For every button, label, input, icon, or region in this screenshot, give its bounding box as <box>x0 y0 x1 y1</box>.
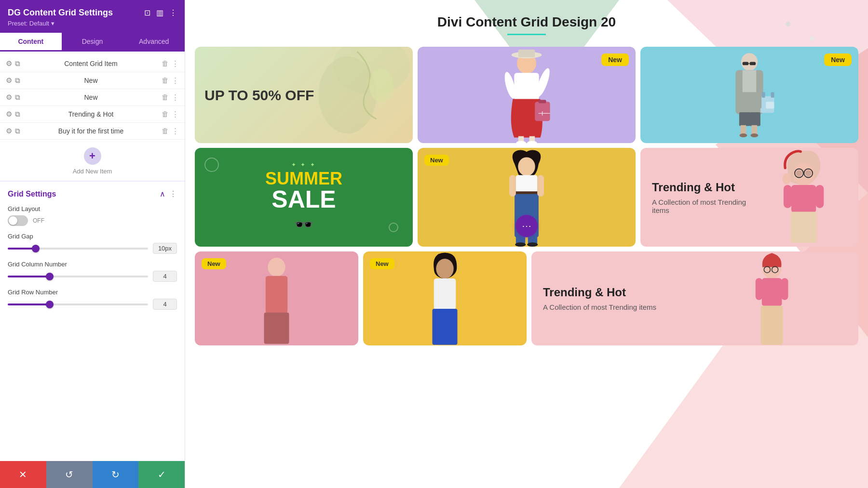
grid-gap-value[interactable]: 10px <box>153 243 177 254</box>
item-label-2: New <box>24 93 158 101</box>
drag-icon-4[interactable]: ⋮ <box>172 127 179 135</box>
svg-rect-51 <box>509 175 516 197</box>
section-header-icons: ∧ ⋮ <box>160 189 177 198</box>
item-actions-4: 🗑 ⋮ <box>162 127 179 135</box>
settings-icon[interactable]: ⚙ <box>6 110 12 119</box>
drag-icon-3[interactable]: ⋮ <box>172 110 179 119</box>
toggle-row: OFF <box>8 215 177 226</box>
columns-icon[interactable]: ▥ <box>156 8 163 17</box>
svg-rect-75 <box>781 278 788 300</box>
svg-rect-65 <box>266 276 288 314</box>
grid-gap-setting: Grid Gap 10px <box>8 233 177 254</box>
trending-title: Trending & Hot <box>652 181 759 194</box>
settings-icon[interactable]: ⚙ <box>6 76 12 85</box>
bottom-item-pink: New <box>195 251 358 345</box>
list-item: ⚙ ⧉ New 🗑 ⋮ <box>0 72 185 89</box>
svg-rect-52 <box>537 175 544 197</box>
right-content: Divi Content Grid Design 20 UP TO 50% OF… <box>185 0 868 488</box>
svg-point-64 <box>268 258 285 277</box>
grid-icon[interactable]: ⊡ <box>144 8 150 17</box>
svg-rect-18 <box>539 100 546 103</box>
svg-rect-60 <box>784 185 792 208</box>
collapse-icon[interactable]: ∧ <box>160 189 165 198</box>
item-actions-2: 🗑 ⋮ <box>162 93 179 102</box>
copy-icon[interactable]: ⧉ <box>15 110 20 119</box>
list-item: ⚙ ⧉ Trending & Hot 🗑 ⋮ <box>0 106 185 123</box>
copy-icon[interactable]: ⧉ <box>15 127 20 135</box>
page-title-section: Divi Content Grid Design 20 <box>195 14 858 35</box>
settings-icon[interactable]: ⚙ <box>6 127 12 135</box>
save-button[interactable]: ✓ <box>138 461 185 488</box>
drag-icon-2[interactable]: ⋮ <box>172 93 179 102</box>
settings-icon[interactable]: ⚙ <box>6 59 12 68</box>
svg-rect-38 <box>762 92 765 97</box>
sale-label: SALE <box>271 187 336 211</box>
trending-person <box>745 148 854 247</box>
more-icon[interactable]: ⋮ <box>169 8 177 17</box>
svg-rect-33 <box>741 125 746 135</box>
copy-icon[interactable]: ⧉ <box>15 93 20 102</box>
delete-icon-0[interactable]: 🗑 <box>162 59 169 68</box>
add-new-item-button[interactable]: + Add New Item <box>0 140 185 181</box>
svg-point-57 <box>796 170 802 176</box>
item-icons-left: ⚙ ⧉ <box>6 59 20 68</box>
grid-column-track <box>8 276 148 277</box>
deco-circle-2 <box>389 223 398 232</box>
copy-icon[interactable]: ⧉ <box>15 76 20 85</box>
copy-icon[interactable]: ⧉ <box>15 59 20 68</box>
grid-item-fashion: New <box>418 148 636 247</box>
bottom-item-trending: Trending & Hot A Collection of most Tren… <box>531 251 858 345</box>
more-dots-button[interactable]: ⋯ <box>515 215 538 237</box>
grid-gap-track <box>8 248 148 250</box>
grid-row-thumb[interactable] <box>46 301 54 308</box>
svg-rect-30 <box>743 70 757 92</box>
trending-title-2: Trending & Hot <box>543 286 656 299</box>
item-icons-left: ⚙ ⧉ <box>6 76 20 85</box>
section-more-icon[interactable]: ⋮ <box>169 189 177 198</box>
settings-icon[interactable]: ⚙ <box>6 93 12 102</box>
drag-icon-0[interactable]: ⋮ <box>172 59 179 68</box>
svg-rect-17 <box>535 102 550 121</box>
bottom-item-yellow: New <box>363 251 527 345</box>
svg-point-10 <box>369 68 393 102</box>
delete-icon-2[interactable]: 🗑 <box>162 93 169 102</box>
slider-row: 10px <box>8 243 177 254</box>
tab-advanced[interactable]: Advanced <box>123 33 185 52</box>
main-grid: UP TO 50% OFF New <box>195 47 858 247</box>
delete-icon-1[interactable]: 🗑 <box>162 76 169 85</box>
grid-settings-section: Grid Settings ∧ ⋮ Grid Layout OFF Grid <box>0 181 185 322</box>
sunglasses-icon: 🕶️ <box>294 215 313 234</box>
tab-content[interactable]: Content <box>0 33 62 52</box>
badge-new-2: New <box>824 53 852 66</box>
undo-button[interactable]: ↺ <box>46 461 93 488</box>
item-actions-3: 🗑 ⋮ <box>162 110 179 119</box>
grid-row-value[interactable]: 4 <box>153 299 177 310</box>
delete-icon-4[interactable]: 🗑 <box>162 127 169 135</box>
grid-column-value[interactable]: 4 <box>153 271 177 282</box>
tabs: Content Design Advanced <box>0 33 185 52</box>
trending-desc: A Collection of most Trending items <box>652 198 759 214</box>
svg-rect-41 <box>758 90 761 109</box>
tab-design[interactable]: Design <box>62 33 123 52</box>
content-area: Divi Content Grid Design 20 UP TO 50% OF… <box>185 0 868 488</box>
redo-button[interactable]: ↻ <box>93 461 139 488</box>
slider-row: 4 <box>8 271 177 282</box>
drag-icon-1[interactable]: ⋮ <box>172 76 179 85</box>
grid-layout-toggle[interactable] <box>8 215 28 226</box>
title-underline <box>507 34 546 35</box>
grid-gap-thumb[interactable] <box>32 245 40 252</box>
person-svg-4 <box>745 148 854 247</box>
grid-row-setting: Grid Row Number 4 <box>8 289 177 310</box>
grid-column-thumb[interactable] <box>46 273 54 280</box>
panel-preset[interactable]: Preset: Default ▾ <box>8 20 177 27</box>
svg-rect-39 <box>771 92 774 97</box>
delete-icon-3[interactable]: 🗑 <box>162 110 169 119</box>
summer-sale-content: ✦ ✦ ✦ SUMMER SALE 🕶️ <box>265 148 342 247</box>
grid-row-label: Grid Row Number <box>8 289 177 296</box>
svg-rect-26 <box>743 62 749 65</box>
list-item: ⚙ ⧉ New 🗑 ⋮ <box>0 89 185 106</box>
svg-point-25 <box>741 53 758 71</box>
cancel-button[interactable]: ✕ <box>0 461 46 488</box>
grid-column-setting: Grid Column Number 4 <box>8 261 177 282</box>
person-svg-5 <box>706 251 837 345</box>
